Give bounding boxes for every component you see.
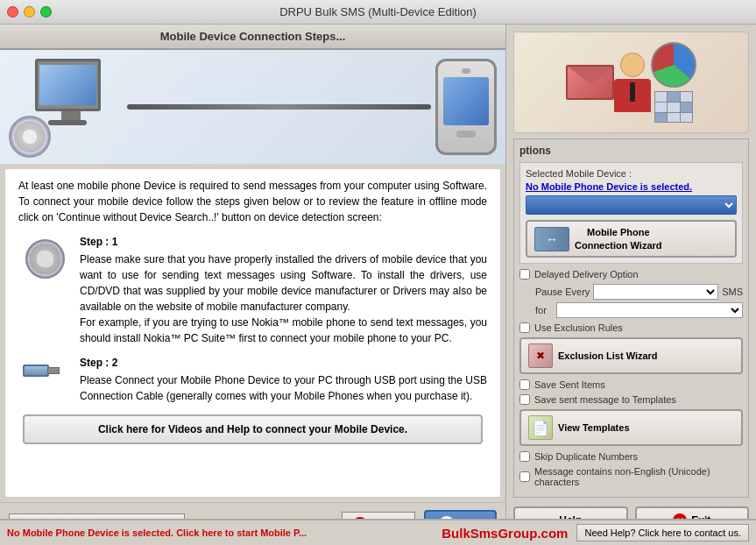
pause-every-select[interactable] [593, 284, 718, 300]
exclusion-checkbox-row: Use Exclusion Rules [519, 322, 743, 333]
excl-icon-symbol: ✖ [536, 350, 545, 362]
save-template-checkbox[interactable] [519, 394, 530, 405]
right-banner [513, 32, 749, 133]
close-button[interactable] [7, 6, 18, 18]
exclusion-wizard-label: Exclusion List Wizard [558, 350, 658, 362]
cd-icon [9, 116, 51, 158]
monitor-screen [39, 65, 96, 105]
envelope-flap [568, 67, 614, 84]
view-templates-label: View Templates [558, 421, 630, 434]
connection-wizard-button[interactable]: Mobile Phone Connection Wizard [526, 220, 737, 258]
need-help-status-label: Need Help? Click here to contact us. [584, 527, 741, 538]
content-area: At least one mobile phone Device is requ… [4, 168, 501, 498]
video-link-text: Click here for Videos and Help to connec… [98, 423, 407, 435]
connection-wizard-label: Mobile Phone Connection Wizard [575, 226, 662, 251]
for-select[interactable] [556, 302, 743, 318]
dialog-header: Mobile Device Connection Steps... [0, 25, 505, 50]
template-icon: 📄 [528, 415, 553, 440]
status-left-text[interactable]: No Mobile Phone Device is selected. Clic… [7, 527, 433, 538]
step1-row: Step : 1 Please make sure that you have … [18, 236, 487, 346]
person-body [614, 79, 651, 112]
phone-screen [443, 77, 489, 125]
device-group: Selected Mobile Device : No Mobile Phone… [519, 162, 743, 264]
pause-row: Pause Every SMS [519, 284, 743, 300]
title-bar: DRPU Bulk SMS (Multi-Device Edition) [0, 0, 756, 25]
delayed-delivery-label: Delayed Delivery Option [534, 269, 639, 280]
exclusion-wizard-button[interactable]: ✖ Exclusion List Wizard [519, 337, 743, 374]
monitor-base [48, 120, 87, 125]
conn-label-line1: Mobile Phone [587, 227, 650, 237]
phone-speaker [462, 68, 470, 74]
save-sent-label: Save Sent Items [534, 379, 605, 390]
skip-duplicate-checkbox[interactable] [519, 451, 530, 462]
selected-device-label: Selected Mobile Device : [526, 168, 737, 179]
device-dropdown[interactable] [526, 195, 737, 215]
save-sent-row: Save Sent Items [519, 379, 743, 390]
unicode-row: Message contains non-English (Unicode) c… [519, 466, 743, 487]
pie-chart [651, 42, 696, 88]
envelope-body [566, 65, 614, 100]
grid-cell-5 [668, 103, 679, 112]
need-help-status-button[interactable]: Need Help? Click here to contact us. [576, 524, 749, 541]
usb-cable [127, 104, 431, 110]
step2-text: Please Connect your Mobile Phone Device … [80, 372, 487, 404]
envelope-figure [566, 65, 614, 100]
grid-cell-9 [681, 113, 692, 123]
window-controls[interactable] [7, 6, 52, 18]
grid-cell-8 [668, 113, 679, 123]
person-figure [614, 53, 651, 112]
grid-cell-1 [655, 92, 667, 102]
charts-figure [651, 42, 696, 123]
exclusion-icon: ✖ [528, 343, 553, 368]
grid-cell-2 [668, 92, 679, 102]
grid-cell-7 [655, 113, 667, 123]
pause-every-label: Pause Every [535, 287, 590, 297]
for-row: for [519, 302, 743, 318]
window-title: DRPU Bulk SMS (Multi-Device Edition) [279, 5, 477, 18]
save-template-row: Save sent message to Templates [519, 394, 743, 405]
step1-label: Step : 1 [80, 236, 487, 248]
skip-duplicate-label: Skip Duplicate Numbers [534, 451, 638, 462]
exclusion-rules-label: Use Exclusion Rules [534, 322, 623, 333]
maximize-button[interactable] [40, 6, 52, 18]
monitor-stand [61, 111, 81, 120]
save-sent-checkbox[interactable] [519, 379, 530, 390]
options-section: ptions Selected Mobile Device : No Mobil… [513, 138, 749, 498]
usb-plug [47, 367, 60, 374]
cd-drive-icon [25, 239, 65, 279]
step1-text: Please make sure that you have properly … [80, 251, 487, 346]
grid-cell-6 [681, 103, 692, 112]
phone-illustration [435, 59, 497, 155]
minimize-button[interactable] [24, 6, 35, 18]
computer-illustration [9, 59, 123, 155]
video-link-button[interactable]: Click here for Videos and Help to connec… [23, 414, 483, 444]
person-tie [630, 82, 635, 102]
left-panel: Mobile Device Connection Steps... [0, 25, 506, 545]
person-head [620, 53, 645, 77]
options-title: ptions [519, 145, 743, 157]
view-templates-button[interactable]: 📄 View Templates [519, 409, 743, 446]
monitor [35, 59, 101, 111]
delayed-delivery-checkbox[interactable] [519, 269, 530, 280]
grid-cell-4 [655, 103, 667, 112]
step2-label: Step : 2 [80, 357, 487, 369]
main-container: Mobile Device Connection Steps... [0, 25, 756, 545]
usb-connector-icon [23, 360, 67, 382]
banner-area [0, 50, 505, 164]
right-panel: ptions Selected Mobile Device : No Mobil… [506, 25, 756, 545]
connection-icon [534, 227, 569, 251]
step1-icon [18, 236, 71, 346]
grid-cell-3 [681, 92, 692, 102]
unicode-checkbox[interactable] [519, 471, 530, 482]
bulk-brand: BulkSmsGroup.com [442, 526, 568, 541]
skip-duplicate-row: Skip Duplicate Numbers [519, 451, 743, 462]
delayed-delivery-row: Delayed Delivery Option [519, 269, 743, 280]
usb-body [23, 365, 49, 377]
unicode-label: Message contains non-English (Unicode) c… [534, 466, 743, 487]
exclusion-rules-checkbox[interactable] [519, 322, 530, 333]
intro-text: At least one mobile phone Device is requ… [18, 178, 487, 225]
step2-icon [18, 357, 71, 404]
step2-row: Step : 2 Please Connect your Mobile Phon… [18, 357, 487, 404]
phone-home-btn [456, 131, 476, 138]
step2-content: Step : 2 Please Connect your Mobile Phon… [80, 357, 487, 404]
